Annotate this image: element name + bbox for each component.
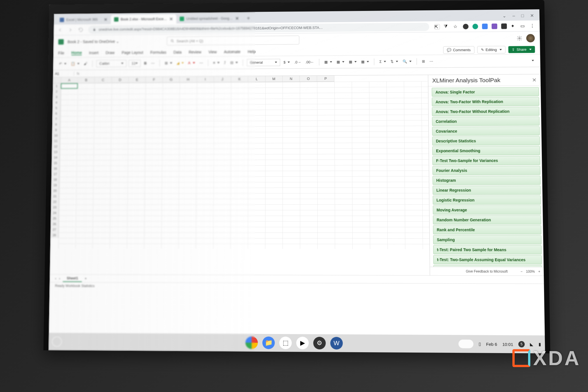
- font-name-select[interactable]: Calibri: [96, 60, 127, 67]
- row-header-12[interactable]: 12: [52, 144, 60, 149]
- row-header-14[interactable]: 14: [52, 155, 60, 160]
- tool-item[interactable]: Anova: Two-Factor Without Replication: [432, 107, 539, 116]
- forward-icon[interactable]: [68, 27, 73, 32]
- row-header-8[interactable]: 8: [52, 122, 60, 127]
- sheet-tab-sheet1[interactable]: Sheet1: [63, 275, 82, 282]
- wifi-icon[interactable]: ◣: [530, 342, 533, 347]
- comments-button[interactable]: 💬 Comments: [443, 46, 474, 54]
- row-header-7[interactable]: 7: [52, 116, 60, 122]
- row-header-9[interactable]: 9: [52, 127, 60, 133]
- row-header-10[interactable]: 10: [52, 133, 60, 138]
- extension-icon[interactable]: [501, 23, 507, 29]
- slack-app-icon[interactable]: ⬚: [279, 337, 291, 349]
- row-header-1[interactable]: 1: [53, 83, 61, 89]
- row-header-13[interactable]: 13: [52, 149, 60, 155]
- bold-button[interactable]: B: [143, 60, 148, 66]
- maximize-icon[interactable]: □: [521, 13, 524, 18]
- ribbon-tab-insert[interactable]: Insert: [89, 50, 99, 55]
- close-icon[interactable]: [104, 18, 108, 22]
- format-table-button[interactable]: ▦: [335, 59, 346, 65]
- ublock-icon[interactable]: [463, 24, 468, 29]
- browser-tab-office[interactable]: Excel | Microsoft 365: [56, 15, 111, 25]
- align-button[interactable]: ≡: [212, 60, 221, 66]
- column-header-L[interactable]: L: [248, 76, 265, 82]
- zoom-out-button[interactable]: −: [521, 269, 522, 273]
- tool-item[interactable]: Fourier Analysis: [432, 166, 540, 175]
- tool-item[interactable]: Anova: Single Factor: [432, 87, 539, 97]
- conditional-format-button[interactable]: ▦: [323, 59, 333, 65]
- row-header-4[interactable]: 4: [52, 100, 60, 105]
- share-icon[interactable]: ⧩: [444, 24, 449, 29]
- tool-item[interactable]: Histogram: [433, 176, 541, 185]
- column-header-H[interactable]: H: [180, 76, 197, 82]
- row-header-22[interactable]: 22: [51, 199, 59, 205]
- tool-item[interactable]: Random Number Generation: [433, 215, 541, 225]
- row-header-16[interactable]: 16: [51, 166, 59, 171]
- row-header-28[interactable]: 28: [50, 232, 58, 238]
- browser-tab-sheets[interactable]: Untitled spreadsheet - Google Sh…: [176, 14, 242, 24]
- ribbon-tab-home[interactable]: Home: [71, 50, 82, 55]
- row-header-3[interactable]: 3: [52, 94, 60, 100]
- column-header-I[interactable]: I: [197, 76, 214, 82]
- column-header-C[interactable]: C: [95, 77, 112, 83]
- font-size-select[interactable]: 11: [129, 60, 141, 67]
- cell-styles-button[interactable]: ▦: [348, 59, 358, 65]
- files-app-icon[interactable]: 📁: [262, 337, 275, 349]
- column-header-F[interactable]: F: [146, 77, 163, 83]
- ribbon-tab-data[interactable]: Data: [173, 50, 181, 54]
- share-button[interactable]: ⇪ Share: [508, 46, 535, 53]
- addins-button[interactable]: ⊞: [421, 58, 426, 64]
- row-header-2[interactable]: 2: [53, 89, 61, 94]
- tool-item[interactable]: F-Test Two-Sample for Variances: [432, 156, 540, 165]
- collapse-ribbon-button[interactable]: [529, 59, 535, 62]
- tool-item[interactable]: Correlation: [432, 116, 540, 126]
- document-title[interactable]: Book 2 - Saved to OneDrive ⌄: [67, 39, 119, 44]
- more-font-button[interactable]: ⋯: [150, 60, 156, 66]
- tool-item[interactable]: Covariance: [432, 126, 540, 136]
- merge-button[interactable]: ⊟: [229, 60, 239, 66]
- minimize-icon[interactable]: –: [512, 13, 515, 18]
- ribbon-tab-page-layout[interactable]: Page Layout: [122, 50, 143, 55]
- row-header-19[interactable]: 19: [51, 182, 59, 188]
- chrome-app-icon[interactable]: [245, 336, 258, 349]
- play-store-icon[interactable]: ▶: [296, 337, 309, 349]
- format-painter-button[interactable]: 🖌: [83, 61, 88, 67]
- row-header-20[interactable]: 20: [51, 188, 59, 193]
- insert-cells-button[interactable]: ▦: [360, 59, 370, 65]
- column-header-O[interactable]: O: [300, 76, 317, 81]
- row-header-5[interactable]: 5: [52, 105, 60, 111]
- tool-item[interactable]: Sampling: [433, 235, 542, 244]
- tool-item[interactable]: Rank and Percentile: [433, 225, 541, 235]
- border-button[interactable]: ⊞: [164, 60, 173, 66]
- name-box[interactable]: A1: [53, 72, 74, 76]
- select-all-corner[interactable]: [53, 77, 61, 83]
- ribbon-tab-review[interactable]: Review: [189, 50, 201, 54]
- sheet-nav-prev[interactable]: ‹: [55, 276, 56, 280]
- cells-canvas[interactable]: [58, 81, 430, 249]
- column-header-P[interactable]: P: [317, 76, 334, 81]
- sheet-nav-next[interactable]: ›: [59, 276, 60, 280]
- settings-app-icon[interactable]: ⚙: [313, 337, 326, 349]
- row-header-17[interactable]: 17: [51, 171, 59, 177]
- column-header-J[interactable]: J: [214, 76, 231, 82]
- battery-icon[interactable]: ▮: [538, 342, 541, 347]
- column-header-A[interactable]: A: [61, 77, 78, 83]
- spreadsheet-grid[interactable]: ABCDEFGHIJKLMNOP 12345678910111213141516…: [50, 75, 430, 249]
- sort-filter-button[interactable]: ⇅: [389, 59, 399, 64]
- close-window-icon[interactable]: ✕: [530, 13, 534, 18]
- row-header-18[interactable]: 18: [51, 177, 59, 182]
- ribbon-tab-help[interactable]: Help: [248, 49, 255, 54]
- row-header-25[interactable]: 25: [50, 216, 59, 221]
- tool-item[interactable]: Moving Average: [433, 206, 541, 214]
- currency-button[interactable]: $: [282, 59, 291, 65]
- decrease-decimal-button[interactable]: .00←: [304, 59, 315, 65]
- ribbon-tab-formulas[interactable]: Formulas: [150, 50, 166, 54]
- tool-item[interactable]: Descriptive Statistics: [432, 136, 540, 145]
- row-header-23[interactable]: 23: [51, 204, 59, 210]
- increase-decimal-button[interactable]: .0→: [293, 59, 302, 65]
- search-input[interactable]: Search (Alt + Q): [167, 36, 299, 45]
- close-icon[interactable]: [235, 17, 239, 20]
- editing-mode-button[interactable]: ✎ Editing: [477, 46, 506, 53]
- tool-item[interactable]: Logistic Regression: [433, 195, 541, 205]
- undo-button[interactable]: ↶: [58, 61, 67, 67]
